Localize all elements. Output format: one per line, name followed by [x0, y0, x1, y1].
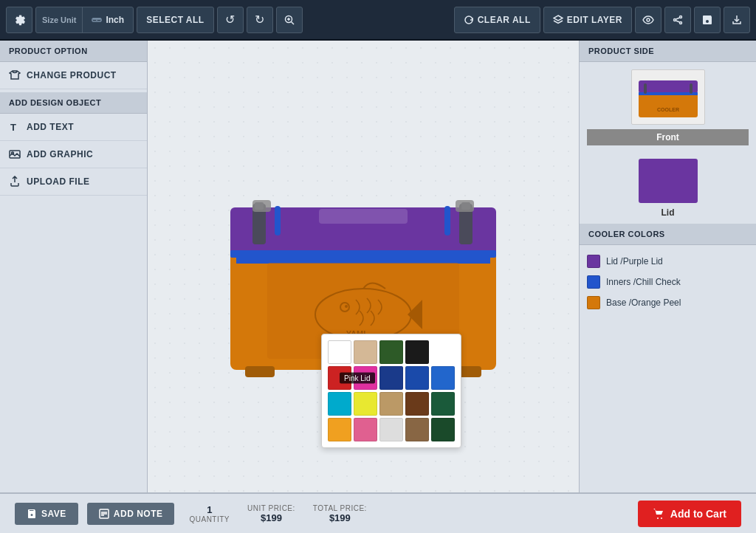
lid-label: Lid: [662, 207, 675, 218]
note-icon: [99, 509, 109, 519]
color-swatch-white[interactable]: [328, 340, 351, 364]
cooler-color-row-inners[interactable]: Inners /Chill Check: [587, 272, 749, 292]
unit-price-label: UNIT PRICE:: [247, 504, 295, 512]
svg-point-11: [647, 18, 650, 21]
size-unit-label: Size Unit: [36, 16, 82, 24]
share-icon: [672, 14, 684, 26]
change-product-item[interactable]: CHANGE PRODUCT: [0, 62, 147, 89]
refresh-icon: [464, 15, 474, 25]
total-price-group: TOTAL PRICE: $199: [313, 504, 367, 523]
add-note-button[interactable]: ADD NOTE: [87, 503, 175, 525]
undo-button[interactable]: ↺: [217, 7, 244, 33]
download-button[interactable]: [724, 7, 750, 33]
cooler-colors-section: Lid /Purple Lid Inners /Chill Check Base…: [580, 245, 756, 319]
cooler-color-row-base[interactable]: Base /Orange Peel: [587, 292, 749, 313]
color-swatch-dark-navy[interactable]: [379, 366, 403, 390]
quantity-group: 1 QUANTITY: [189, 504, 230, 523]
lid-color-box[interactable]: [639, 159, 698, 203]
settings-icon-btn[interactable]: [6, 7, 32, 33]
svg-rect-44: [639, 80, 698, 93]
add-design-title: ADD DESIGN OBJECT: [0, 92, 147, 114]
thumbnail-svg: COOLER: [635, 73, 701, 121]
color-swatch-tan[interactable]: [354, 340, 377, 364]
base-color-dot: [587, 296, 600, 309]
color-swatch-cyan[interactable]: [328, 392, 351, 416]
text-icon: T: [9, 121, 21, 133]
color-swatch-black[interactable]: [405, 340, 429, 364]
unit-price-value: $199: [261, 512, 282, 523]
color-swatch-brown[interactable]: [405, 392, 429, 416]
right-sidebar: PRODUCT SIDE COOLER Front Lid COOLER COL…: [579, 41, 756, 492]
add-to-cart-button[interactable]: Add to Cart: [638, 501, 741, 527]
color-swatch-dark-teal[interactable]: [431, 418, 455, 441]
layers-icon: [553, 15, 563, 25]
add-graphic-item[interactable]: ADD GRAPHIC: [0, 141, 147, 168]
color-swatch-orange[interactable]: [328, 418, 351, 441]
color-swatch-blue[interactable]: [405, 366, 429, 390]
edit-layer-button[interactable]: EDIT LAYER: [543, 7, 632, 33]
svg-point-13: [674, 18, 676, 21]
svg-rect-24: [236, 258, 490, 264]
shirt-icon: [9, 69, 21, 81]
cooler-color-row-lid[interactable]: Lid /Purple Lid: [587, 251, 749, 272]
size-unit-value: Inch: [83, 15, 133, 25]
svg-line-15: [676, 18, 680, 19]
lid-color-dot: [587, 255, 600, 268]
save-action-icon: [27, 509, 37, 519]
zoom-button[interactable]: [276, 7, 303, 33]
settings-icon: [13, 14, 25, 26]
svg-rect-25: [319, 209, 408, 224]
total-price-label: TOTAL PRICE:: [313, 504, 367, 512]
svg-rect-45: [639, 92, 698, 95]
svg-point-14: [680, 21, 682, 24]
download-icon: [731, 14, 743, 26]
color-swatch-tan2[interactable]: [379, 392, 403, 416]
select-all-button[interactable]: SELECT ALL: [137, 7, 214, 33]
color-swatch-red[interactable]: [328, 366, 351, 390]
lid-color-label: Lid /Purple Lid: [606, 256, 663, 266]
zoom-icon: [284, 14, 295, 26]
canvas-area[interactable]: YAMI 27 QTAR COOLER: [148, 41, 579, 492]
svg-rect-41: [275, 206, 281, 235]
svg-point-12: [680, 16, 682, 18]
size-unit-group[interactable]: Size Unit Inch: [35, 7, 134, 33]
svg-text:COOLER: COOLER: [657, 107, 679, 112]
price-info: 1 QUANTITY UNIT PRICE: $199 TOTAL PRICE:…: [189, 504, 366, 523]
cooler-colors-title: COOLER COLORS: [580, 224, 756, 245]
clear-all-button[interactable]: CLEAR ALL: [454, 7, 540, 33]
product-side-preview: COOLER Front: [580, 62, 756, 153]
preview-button[interactable]: [635, 7, 662, 33]
save-button[interactable]: [694, 7, 721, 33]
share-button[interactable]: [664, 7, 691, 33]
product-thumbnail[interactable]: COOLER: [631, 69, 705, 125]
cart-icon: [653, 508, 664, 520]
toolbar: Size Unit Inch SELECT ALL ↺ ↻: [0, 0, 756, 41]
save-action-button[interactable]: SAVE: [15, 503, 78, 525]
color-swatch-teal[interactable]: [431, 392, 455, 416]
svg-rect-39: [245, 366, 275, 377]
svg-rect-23: [230, 250, 496, 258]
lid-preview: Lid: [587, 159, 749, 218]
redo-button[interactable]: ↻: [247, 7, 273, 33]
quantity-label: QUANTITY: [189, 515, 230, 523]
color-swatch-dark-green[interactable]: [379, 340, 403, 364]
upload-icon: [9, 176, 21, 188]
ruler-icon: [92, 15, 102, 25]
graphic-icon: [9, 148, 21, 160]
color-swatch-dark-brown[interactable]: [405, 418, 429, 441]
svg-rect-46: [644, 83, 647, 94]
svg-point-35: [345, 305, 348, 308]
upload-file-item[interactable]: UPLOAD FILE: [0, 168, 147, 196]
unit-price-group: UNIT PRICE: $199: [247, 504, 295, 523]
inners-color-dot: [587, 275, 600, 289]
color-swatch-yellow[interactable]: [354, 392, 377, 416]
color-swatch-pink-light[interactable]: [354, 418, 377, 441]
front-label: Front: [587, 129, 749, 145]
svg-rect-43: [639, 92, 698, 117]
color-swatch-mid-blue[interactable]: [431, 366, 455, 390]
color-swatch-hot-pink[interactable]: Pink Lid: [354, 366, 377, 390]
color-swatch-silver[interactable]: [379, 418, 403, 441]
svg-rect-30: [252, 200, 271, 212]
add-text-item[interactable]: T ADD TEXT: [0, 114, 147, 141]
color-picker-popup: Pink Lid: [321, 334, 461, 448]
